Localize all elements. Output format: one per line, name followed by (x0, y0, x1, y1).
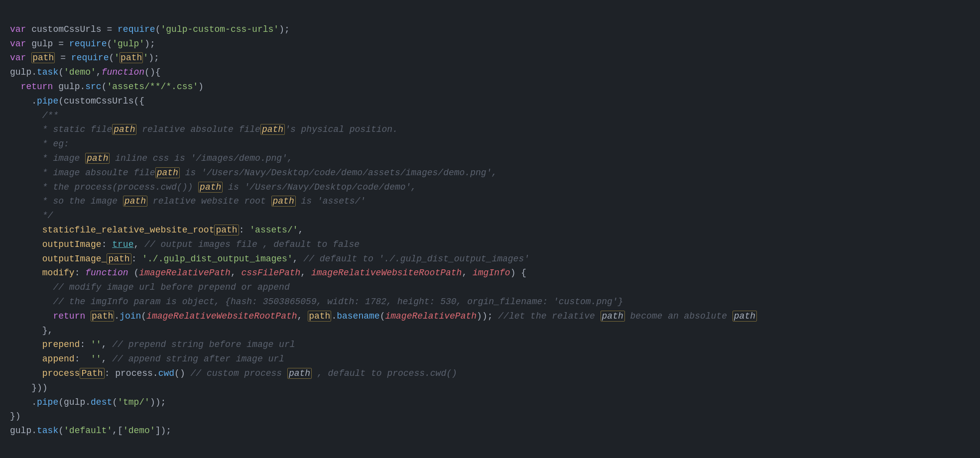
str-assets-slash: 'assets/' (249, 225, 298, 235)
fn-pipe-2: pipe (37, 397, 58, 407)
comment-let-relative: //let the relative path become an absolu… (498, 311, 757, 322)
str-path-inner: path (120, 52, 143, 63)
param-imagerelativewebsiterootpath: imageRelativeWebsiteRootPath (311, 268, 462, 278)
prop-append: append (42, 354, 75, 364)
str-path: 'path' (114, 52, 148, 63)
fn-src: src (85, 82, 101, 92)
comment-star-5: * the process(process.cwd()) path is '/U… (42, 182, 416, 193)
comment-prepend: // prepend string before image url (112, 340, 295, 349)
path-var: path (31, 52, 55, 63)
str-gulp: 'gulp' (112, 39, 144, 49)
comment-star-4: * image absoulte filepath is '/Users/Nav… (42, 167, 497, 178)
keyword-return-1: return (21, 82, 53, 92)
str-gulp-dist: './.gulp_dist_output_images' (142, 254, 292, 264)
prop-prepend: prepend (42, 340, 80, 349)
fn-basename: basename (337, 311, 379, 321)
prop-outputimage-path: outputImage_path (42, 253, 131, 264)
str-default: 'default' (64, 426, 112, 436)
keyword-var-1: var (10, 24, 26, 34)
keyword-function-1: function (102, 67, 144, 77)
fn-task-demo: task (37, 67, 58, 77)
value-true: true (112, 239, 133, 249)
str-append-empty: '' (91, 354, 102, 364)
fn-join: join (120, 311, 141, 321)
comment-append: // append string after image url (112, 354, 284, 364)
fn-cwd: cwd (158, 368, 174, 378)
str-tmp: 'tmp/' (118, 397, 150, 407)
str-assets-glob: 'assets/**/*.css' (107, 82, 198, 92)
fn-require-2: require (69, 39, 107, 49)
comment-modify-1: // modify image url before prepend or ap… (53, 282, 289, 292)
comment-outputimage: // output images file , default to false (144, 239, 360, 249)
fn-require-1: require (118, 24, 155, 34)
fn-task-default: task (37, 426, 58, 436)
str-gulp-custom: 'gulp-custom-css-urls' (160, 24, 279, 34)
keyword-function-2: function (85, 268, 128, 278)
comment-star-3: * image path inline css is '/images/demo… (42, 153, 293, 164)
keyword-return-2: return (53, 311, 85, 321)
prop-outputimage: outputImage (42, 239, 102, 249)
keyword-var-2: var (10, 39, 26, 49)
comment-jsdoc-end: */ (42, 211, 53, 221)
param-imginfo: imgInfo (473, 268, 510, 278)
comment-jsdoc-start: /** (42, 111, 58, 120)
str-demo: 'demo' (64, 67, 96, 77)
path-join-call: path (91, 311, 114, 322)
fn-pipe-1: pipe (37, 96, 58, 106)
fn-require-3: require (71, 53, 109, 63)
comment-star-2: * eg: (42, 139, 69, 149)
param-irp-call: imageRelativePath (385, 311, 477, 321)
comment-star-6: * so the image path relative website roo… (42, 196, 366, 207)
path-basename-call: path (308, 311, 331, 322)
param-irwrp-call: imageRelativeWebsiteRootPath (146, 311, 297, 321)
prop-processpath: processPath (42, 368, 105, 379)
keyword-var-3: var (10, 53, 26, 63)
prop-staticfile: staticfile_relative_website_rootpath (42, 225, 239, 235)
str-prepend-empty: '' (91, 340, 102, 349)
comment-outputimage-path: // default to './.gulp_dist_output_image… (303, 254, 529, 264)
comment-processpath: // custom process path , default to proc… (191, 368, 457, 379)
comment-star-1: * static filepath relative absolute file… (42, 124, 398, 135)
str-demo-dep: 'demo' (123, 426, 155, 436)
param-cssfilepath: cssFilePath (242, 268, 301, 278)
param-imagerelativepath: imageRelativePath (139, 268, 231, 278)
prop-modify: modify (42, 268, 75, 278)
fn-dest: dest (91, 397, 112, 407)
code-editor: var customCssUrls = require('gulp-custom… (10, 8, 970, 438)
comment-modify-2: // the imgInfo param is object, {hash: 3… (53, 297, 623, 307)
